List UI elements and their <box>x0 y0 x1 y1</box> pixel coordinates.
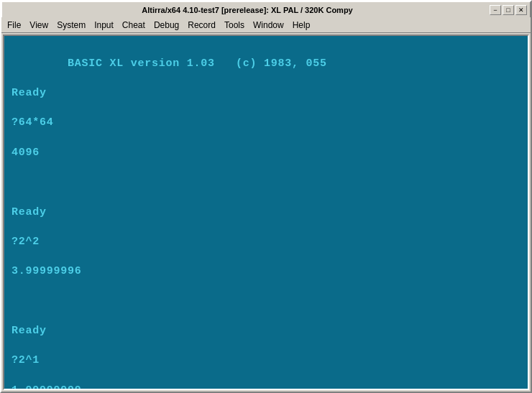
maximize-button[interactable]: □ <box>503 5 514 15</box>
screen-output: BASIC XL version 1.03 (c) 1983, 055 Read… <box>12 42 520 390</box>
title-bar: Altirra/x64 4.10-test7 [prerelease]: XL … <box>1 1 531 17</box>
screen-line-10: Ready <box>12 325 47 337</box>
menu-window[interactable]: Window <box>249 19 288 32</box>
content-area: BASIC XL version 1.03 (c) 1983, 055 Read… <box>1 33 531 392</box>
menu-view[interactable]: View <box>25 19 52 32</box>
menu-input[interactable]: Input <box>90 19 118 32</box>
close-button[interactable]: ✕ <box>515 5 527 15</box>
screen-line-6: Ready <box>12 206 47 218</box>
screen-line-3: ?64*64 <box>12 116 54 129</box>
title-controls: − □ ✕ <box>490 5 527 15</box>
menu-record[interactable]: Record <box>183 19 220 32</box>
screen-line-12: 1.99999999 <box>12 384 82 390</box>
menu-file[interactable]: File <box>3 19 25 32</box>
screen-line-11: ?2^1 <box>12 354 40 366</box>
screen-line-8: 3.99999996 <box>12 265 82 277</box>
screen-line-7: ?2^2 <box>12 236 40 248</box>
screen-line-1: BASIC XL version 1.03 (c) 1983, 055 <box>68 57 327 70</box>
menu-cheat[interactable]: Cheat <box>118 19 150 32</box>
minimize-button[interactable]: − <box>490 5 501 15</box>
menu-help[interactable]: Help <box>288 19 315 32</box>
menu-bar: File View System Input Cheat Debug Recor… <box>1 17 531 33</box>
title-text: Altirra/x64 4.10-test7 [prerelease]: XL … <box>5 6 490 14</box>
screen-line-2: Ready <box>12 87 47 99</box>
menu-tools[interactable]: Tools <box>220 19 249 32</box>
screen-line-4: 4096 <box>12 147 40 159</box>
emulator-screen[interactable]: BASIC XL version 1.03 (c) 1983, 055 Read… <box>3 34 529 390</box>
app-window: Altirra/x64 4.10-test7 [prerelease]: XL … <box>0 0 532 393</box>
menu-debug[interactable]: Debug <box>150 19 183 32</box>
menu-system[interactable]: System <box>52 19 90 32</box>
